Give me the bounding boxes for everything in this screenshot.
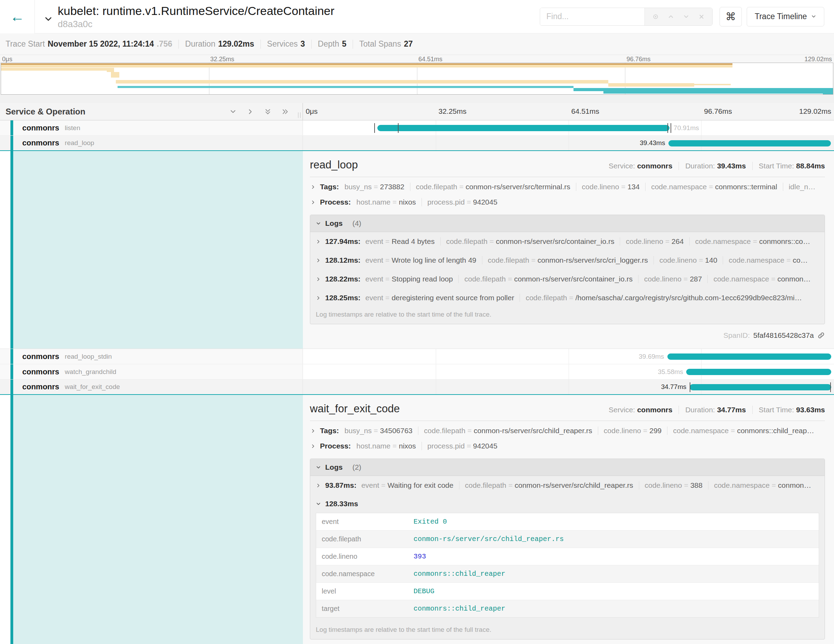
- span-bar[interactable]: [690, 384, 832, 390]
- field-key: code.namespace: [316, 565, 410, 583]
- view-selector-button[interactable]: Trace Timeline: [747, 7, 824, 26]
- minimap-tick: 32.25ms: [210, 56, 234, 63]
- span-bar[interactable]: [668, 140, 831, 146]
- chevron-down-icon: [316, 465, 321, 470]
- span-color-bar: [10, 151, 13, 349]
- field-value: conmonrs::child_reaper: [410, 600, 819, 617]
- log-marker: [398, 123, 399, 133]
- span-name-cell[interactable]: conmonrs read_loop: [0, 136, 303, 150]
- logs-header[interactable]: Logs (2): [310, 459, 824, 476]
- trace-duration: Duration129.02ms: [185, 39, 254, 49]
- span-detail-panel: wait_for_exit_code Service:conmonrs Dura…: [303, 395, 834, 644]
- log-entry[interactable]: 93.87ms: eventWaiting for exit code code…: [310, 476, 824, 495]
- collapse-one-level-icon[interactable]: [230, 108, 236, 115]
- focus-match-icon[interactable]: [653, 14, 659, 20]
- log-field: code.lineno287: [638, 275, 702, 283]
- detail-duration: Duration:34.77ms: [679, 406, 746, 414]
- log-entry[interactable]: 128.22ms: eventStopping read loop code.f…: [310, 270, 824, 288]
- process-label: Process:: [320, 442, 351, 450]
- minimap-span-bar: [111, 72, 119, 78]
- span-row-listen[interactable]: conmonrs listen 70.91ms: [0, 120, 834, 136]
- process-item: process.pid942045: [422, 198, 497, 206]
- table-row: code.namespace conmonrs::child_reaper: [316, 565, 819, 583]
- keyboard-shortcuts-button[interactable]: ⌘: [719, 7, 742, 26]
- tag-item: code.lineno134: [576, 183, 640, 191]
- minimap-tick: 96.76ms: [627, 56, 651, 63]
- log-field: code.lineno388: [639, 481, 703, 490]
- span-color-bar: [10, 380, 13, 394]
- log-marker: [671, 123, 671, 133]
- span-timeline-cell[interactable]: 39.69ms: [303, 349, 834, 364]
- collapse-all-icon[interactable]: [264, 108, 271, 115]
- process-label: Process:: [320, 198, 351, 206]
- process-item: host.namenixos: [357, 198, 416, 206]
- expand-all-icon[interactable]: [282, 108, 289, 115]
- process-row[interactable]: Process: host.namenixos process.pid94204…: [310, 194, 825, 210]
- span-bar[interactable]: [686, 369, 831, 375]
- log-field: eventStopping read loop: [365, 275, 453, 283]
- field-value: Exited 0: [410, 513, 819, 530]
- expand-one-level-icon[interactable]: [247, 108, 254, 115]
- span-bar[interactable]: [377, 125, 669, 131]
- column-resizer[interactable]: [298, 112, 301, 118]
- grid-header: Service & Operation 0μs 32.25ms 64.51ms …: [0, 103, 834, 120]
- span-timeline-cell[interactable]: 34.77ms: [303, 380, 834, 394]
- span-name-cell[interactable]: conmonrs listen: [0, 120, 303, 135]
- logs-label: Logs: [325, 463, 343, 471]
- trace-collapse-chevron-icon[interactable]: [44, 15, 53, 24]
- detail-meta: Service:conmonrs Duration:34.77ms Start …: [609, 406, 825, 414]
- trace-title: kubelet: runtime.v1.RuntimeService/Creat…: [58, 4, 335, 18]
- spanid-label: SpanID:: [723, 331, 750, 340]
- span-operation: listen: [65, 124, 80, 132]
- span-color-bar: [10, 136, 13, 150]
- tag-item: code.namespaceconmonrs::child_reap…: [667, 427, 814, 435]
- spanid-value: 5faf48165428c37a: [753, 331, 814, 340]
- copy-link-icon[interactable]: [817, 332, 825, 339]
- span-timeline-cell[interactable]: 35.58ms: [303, 364, 834, 379]
- span-detail-wait-for-exit-code: wait_for_exit_code Service:conmonrs Dura…: [0, 395, 834, 644]
- minimap-span-bar: [1, 65, 732, 68]
- span-name-cell[interactable]: conmonrs read_loop_stdin: [0, 349, 303, 364]
- tags-row[interactable]: Tags: busy_ns273882 code.filepathconmon-…: [310, 179, 825, 194]
- logs-count: (2): [352, 463, 361, 471]
- process-row[interactable]: Process: host.namenixos process.pid94204…: [310, 439, 825, 454]
- log-field: code.filepathconmon-rs/server/src/cri_lo…: [482, 256, 648, 264]
- log-entry[interactable]: 128.25ms: eventderegistering event sourc…: [310, 288, 824, 307]
- chevron-down-icon: [811, 14, 816, 19]
- log-entry[interactable]: 127.94ms: eventRead 4 bytes code.filepat…: [310, 232, 824, 251]
- log-field: code.filepathconmon-rs/server/src/child_…: [459, 481, 633, 490]
- minimap-canvas[interactable]: [1, 63, 833, 95]
- clear-search-icon[interactable]: [698, 14, 705, 20]
- span-timeline-cell[interactable]: 39.43ms: [303, 136, 834, 150]
- span-row-wait-for-exit-code[interactable]: conmonrs wait_for_exit_code 34.77ms: [0, 380, 834, 395]
- back-button[interactable]: ←: [0, 0, 35, 33]
- tags-label: Tags:: [320, 183, 339, 191]
- span-timeline-cell[interactable]: 70.91ms: [303, 120, 834, 135]
- span-name-cell[interactable]: conmonrs watch_grandchild: [0, 364, 303, 379]
- span-name-cell[interactable]: conmonrs wait_for_exit_code: [0, 380, 303, 394]
- tags-row[interactable]: Tags: busy_ns34506763 code.filepathconmo…: [310, 423, 825, 439]
- next-match-icon[interactable]: [683, 14, 689, 20]
- span-row-watch-grandchild[interactable]: conmonrs watch_grandchild 35.58ms: [0, 364, 834, 380]
- previous-match-icon[interactable]: [668, 14, 674, 20]
- span-service: conmonrs: [22, 123, 59, 133]
- span-row-read-loop[interactable]: conmonrs read_loop 39.43ms: [0, 136, 834, 151]
- chevron-down-icon: [316, 221, 321, 226]
- detail-duration: Duration:39.43ms: [679, 162, 746, 170]
- timeline-minimap: 0μs 32.25ms 64.51ms 96.76ms 129.02ms: [0, 55, 834, 95]
- span-bar[interactable]: [668, 353, 832, 360]
- log-field: code.namespaceco…: [723, 256, 808, 264]
- log-marker: [690, 382, 690, 392]
- log-entry-expanded-header[interactable]: 128.33ms: [310, 495, 824, 511]
- logs-header[interactable]: Logs (4): [310, 215, 824, 232]
- tag-item: code.filepathconmon-rs/server/src/termin…: [410, 183, 571, 191]
- span-row-read-loop-stdin[interactable]: conmonrs read_loop_stdin 39.69ms: [0, 349, 834, 364]
- minimap-span-bar: [116, 80, 608, 84]
- log-entry[interactable]: 128.12ms: eventWrote log line of length …: [310, 251, 824, 270]
- span-service: conmonrs: [22, 367, 59, 377]
- logs-section: Logs (2) 93.87ms: eventWaiting for exit …: [310, 459, 825, 639]
- span-duration-label: 39.69ms: [639, 353, 664, 361]
- minimap-tick: 129.02ms: [805, 56, 832, 63]
- find-input[interactable]: [540, 8, 645, 25]
- tag-item: code.lineno299: [598, 427, 661, 435]
